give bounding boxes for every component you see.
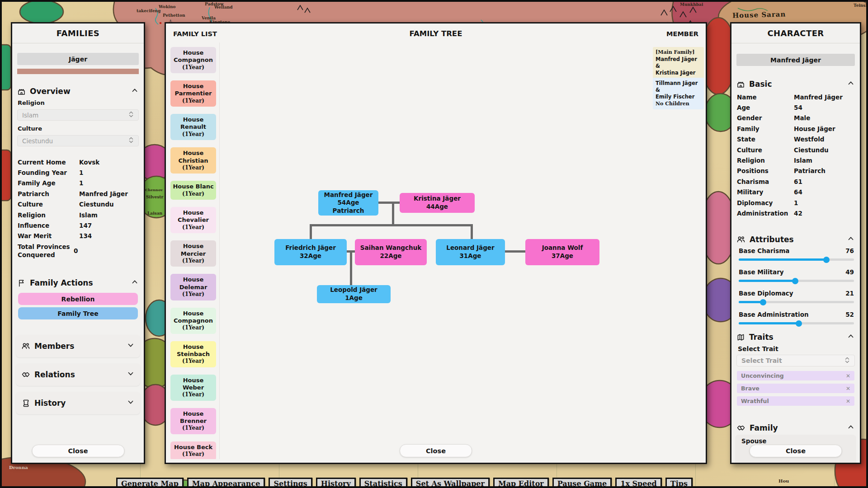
chevron-up-icon — [847, 235, 855, 244]
remove-trait-icon[interactable]: ✕ — [846, 385, 850, 392]
family-list-item[interactable]: House Compagnon(1Year) — [170, 47, 216, 73]
slider-track[interactable] — [739, 322, 854, 324]
map-label-house-saran: House Saran — [732, 11, 786, 19]
attributes-section-header[interactable]: Attributes — [736, 234, 855, 245]
slider-value: 52 — [845, 311, 854, 318]
tree-node-joanna[interactable]: Joanna Wolf 37Age — [525, 239, 599, 265]
speed-button[interactable]: 1x Speed — [615, 478, 662, 488]
basic-row: PositionsPatriarch — [737, 166, 855, 176]
family-list-item[interactable]: House Parmentier(1Year) — [170, 80, 216, 107]
family-list-item[interactable]: House Renault(1Year) — [170, 114, 216, 140]
slider-thumb[interactable] — [796, 320, 802, 327]
relations-section-header[interactable]: Relations — [16, 363, 140, 386]
family-tree-button[interactable]: Family Tree — [18, 307, 138, 319]
handshake-icon — [736, 423, 745, 432]
map-label: Chennov — [145, 188, 163, 192]
map-editor-button[interactable]: Map Editor — [493, 478, 549, 488]
family-list-item[interactable]: House Christian(1Year) — [170, 147, 216, 174]
basic-row: Administration42 — [737, 208, 855, 218]
map-label: Wokino — [159, 5, 176, 9]
slider-track[interactable] — [739, 301, 854, 303]
family-list-item[interactable]: House Delemar(1Year) — [170, 274, 216, 300]
slider-thumb[interactable] — [792, 278, 798, 284]
tree-node-manfred[interactable]: Manfred Jäger 54Age Patriarch — [318, 190, 378, 216]
game-screen: House Saran Munkhbai Teinsk Padstow Well… — [0, 0, 868, 488]
member-couple[interactable]: Tillmann Jäger & Emily Fischer No Childr… — [653, 78, 704, 109]
slider-label: Base Charisma — [739, 247, 789, 254]
slider-value: 21 — [845, 290, 854, 297]
tree-node-kristina[interactable]: Kristina Jäger 44Age — [400, 193, 475, 213]
family-list-item[interactable]: House Compagnon(1Year) — [170, 308, 216, 334]
religion-select[interactable]: Islam — [17, 109, 139, 121]
family-select-button[interactable]: Jäger — [17, 53, 139, 65]
trait-chip-unconvincing[interactable]: Unconvincing ✕ — [737, 371, 854, 380]
remove-trait-icon[interactable]: ✕ — [846, 373, 850, 379]
scroll-icon — [21, 399, 30, 408]
tree-node-friedrich[interactable]: Friedrich Jäger 32Age — [274, 239, 347, 265]
slider-thumb[interactable] — [823, 257, 830, 263]
basic-row: Age54 — [737, 102, 855, 113]
family-list-item[interactable]: House Chevalier(1Year) — [170, 207, 216, 233]
statistics-button[interactable]: Statistics — [359, 478, 407, 488]
attribute-sliders: Base Charisma76 Base Military49 Base Dip… — [739, 247, 854, 324]
history-section-header[interactable]: History — [16, 392, 140, 414]
slider-fill — [739, 258, 826, 261]
history-button[interactable]: History — [316, 478, 356, 488]
basic-row: Charisma61 — [737, 176, 855, 187]
family-list-item[interactable]: House Weber(1Year) — [170, 375, 216, 401]
family-list-item[interactable]: House Beck(1Year) — [170, 441, 216, 459]
families-close-button[interactable]: Close — [32, 445, 124, 457]
tree-node-leopold[interactable]: Leopold Jäger 1Age — [317, 285, 391, 303]
tree-node-saihan[interactable]: Saihan Wangchuk 22Age — [355, 239, 427, 265]
family-section-header[interactable]: Family — [736, 422, 855, 433]
family-list[interactable]: House Compagnon(1Year) House Parmentier(… — [168, 42, 220, 459]
tree-node-leonard[interactable]: Leonard Jäger 31Age — [436, 239, 505, 265]
tree-connector — [471, 226, 473, 239]
traits-section-header[interactable]: Traits — [736, 332, 855, 343]
chevron-down-icon — [127, 398, 135, 408]
stat-row: Total Provinces Conquered0 — [18, 241, 139, 260]
family-list-item[interactable]: House Mercier(1Year) — [170, 240, 216, 267]
trait-chip-wrathful[interactable]: Wrathful ✕ — [737, 396, 854, 406]
flag-icon — [17, 279, 26, 287]
members-section-header[interactable]: Members — [16, 335, 140, 357]
basic-rows: NameManfred Jäger Age54 GenderMale Famil… — [737, 92, 855, 219]
family-stats: Current HomeKovsk Founding Year1 Family … — [18, 157, 139, 260]
tips-button[interactable]: Tips — [665, 478, 693, 488]
character-name-button[interactable]: Manfred Jäger — [736, 54, 855, 66]
family-list-item[interactable]: House Blanc(1Year) — [170, 181, 216, 200]
rebellion-button[interactable]: Rebellion — [18, 293, 138, 305]
people-icon — [21, 342, 30, 351]
handshake-icon — [21, 370, 30, 379]
family-list-item[interactable]: House Steinbach(1Year) — [170, 341, 216, 367]
slider-base-administration: Base Administration52 — [739, 311, 854, 324]
select-trait-placeholder: Select Trait — [741, 357, 782, 364]
family-actions-section-header[interactable]: Family Actions — [17, 277, 139, 288]
slider-track[interactable] — [739, 280, 854, 282]
family-list-item[interactable]: House Brenner(1Year) — [170, 408, 216, 434]
families-panel-title: FAMILIES — [12, 23, 144, 43]
chevron-up-icon — [847, 332, 855, 342]
generate-map-button[interactable]: Generate Map — [116, 478, 184, 488]
remove-trait-icon[interactable]: ✕ — [846, 398, 850, 404]
map-appearance-button[interactable]: Map Appearance — [187, 478, 265, 488]
slider-thumb[interactable] — [760, 299, 766, 305]
overview-section-label: Overview — [30, 87, 71, 96]
culture-select[interactable]: Ciestundu — [17, 135, 139, 146]
trait-chip-brave[interactable]: Brave ✕ — [737, 384, 854, 393]
culture-label: Culture — [18, 125, 42, 132]
member-title: MEMBER — [666, 30, 698, 38]
basic-section-header[interactable]: Basic — [736, 79, 855, 89]
stat-row: ReligionIslam — [18, 210, 139, 220]
select-trait-dropdown[interactable]: Select Trait — [736, 355, 855, 366]
overview-section-header[interactable]: Overview — [17, 86, 139, 97]
character-panel: CHARACTER Manfred Jäger Basic NameManfre… — [730, 22, 861, 464]
slider-track[interactable] — [739, 258, 854, 261]
tree-connector — [505, 250, 525, 253]
set-as-wallpaper-button[interactable]: Set As Wallpaper — [411, 478, 490, 488]
member-main-family[interactable]: [Main Family] Manfred Jäger & Kristina J… — [653, 47, 704, 79]
settings-button[interactable]: Settings — [269, 478, 312, 488]
pause-game-button[interactable]: Pause Game — [552, 478, 612, 488]
family-tree-close-button[interactable]: Close — [400, 444, 472, 457]
character-close-button[interactable]: Close — [750, 445, 842, 457]
